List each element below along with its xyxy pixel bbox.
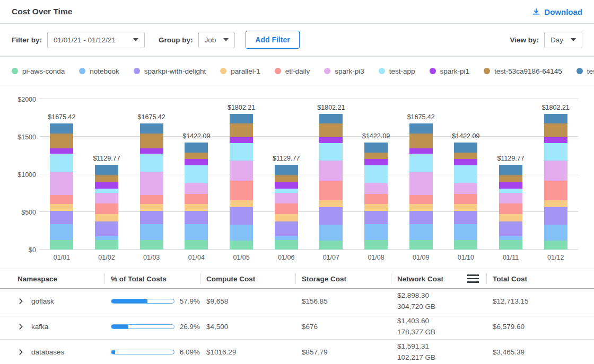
- bar-segment-test-app[interactable]: [140, 154, 163, 172]
- bar-segment-etl-daily[interactable]: [140, 195, 163, 204]
- bar-segment-spark-pi3[interactable]: [275, 193, 298, 203]
- stacked-bar[interactable]: [275, 165, 298, 250]
- bar-segment-test-53ca9186-64145[interactable]: [319, 123, 343, 138]
- stacked-bar[interactable]: [364, 143, 388, 250]
- bar-segment-test-pkix[interactable]: [544, 114, 567, 123]
- bar-segment-pi-aws-conda[interactable]: [319, 241, 343, 250]
- bar-segment-spark-pi1[interactable]: [454, 159, 477, 165]
- bar-segment-sparkpi-with-delight[interactable]: [275, 221, 298, 236]
- bar-segment-test-pkix[interactable]: [364, 143, 388, 153]
- bar-segment-spark-pi1[interactable]: [185, 159, 208, 165]
- bar-segment-etl-daily[interactable]: [230, 181, 253, 201]
- bar-segment-etl-daily[interactable]: [50, 195, 73, 204]
- stacked-bar[interactable]: [50, 123, 73, 250]
- bar-segment-test-app[interactable]: [275, 189, 298, 193]
- group-by-select[interactable]: Job: [198, 32, 235, 48]
- expand-chevron-icon[interactable]: [18, 323, 24, 330]
- bar-segment-test-53ca9186-64145[interactable]: [95, 175, 118, 182]
- bar-segment-parallel-1[interactable]: [95, 214, 118, 222]
- bar-segment-etl-daily[interactable]: [364, 194, 388, 204]
- bar-segment-pi-aws-conda[interactable]: [95, 240, 118, 250]
- bar-segment-etl-daily[interactable]: [544, 181, 567, 201]
- stacked-bar[interactable]: [140, 123, 163, 250]
- table-row-goflask[interactable]: goflask57.9%$9,658$156.85$2,898.30304,72…: [0, 289, 594, 314]
- bar-segment-etl-daily[interactable]: [454, 194, 477, 204]
- bar-segment-notebook[interactable]: [140, 224, 163, 240]
- bar-segment-test-pkix[interactable]: [454, 143, 477, 153]
- bar-segment-sparkpi-with-delight[interactable]: [319, 207, 343, 225]
- legend-item-etl-daily[interactable]: etl-daily: [275, 67, 310, 75]
- bar-segment-test-pkix[interactable]: [275, 165, 298, 175]
- legend-item-test-53ca9186-64145[interactable]: test-53ca9186-64145: [484, 67, 562, 75]
- bar-segment-test-53ca9186-64145[interactable]: [185, 153, 208, 159]
- bar-segment-test-app[interactable]: [50, 154, 73, 172]
- bar-segment-parallel-1[interactable]: [140, 204, 163, 211]
- bar-segment-spark-pi3[interactable]: [230, 161, 253, 181]
- bar-segment-sparkpi-with-delight[interactable]: [409, 211, 433, 224]
- bar-segment-test-app[interactable]: [499, 189, 522, 193]
- bar-segment-notebook[interactable]: [544, 225, 567, 240]
- bar-segment-notebook[interactable]: [364, 224, 388, 240]
- bar-segment-spark-pi3[interactable]: [140, 172, 163, 195]
- bar-segment-test-pkix[interactable]: [499, 165, 522, 175]
- bar-segment-test-app[interactable]: [454, 165, 477, 183]
- bar-segment-test-app[interactable]: [409, 154, 433, 172]
- bar-segment-test-53ca9186-64145[interactable]: [409, 134, 433, 148]
- bar-segment-test-pkix[interactable]: [50, 123, 73, 134]
- bar-segment-spark-pi3[interactable]: [544, 161, 567, 181]
- bar-segment-parallel-1[interactable]: [50, 204, 73, 211]
- bar-segment-pi-aws-conda[interactable]: [275, 240, 298, 250]
- bar-segment-sparkpi-with-delight[interactable]: [50, 211, 73, 224]
- bar-segment-test-53ca9186-64145[interactable]: [140, 134, 163, 148]
- stacked-bar[interactable]: [230, 114, 253, 250]
- bar-segment-test-53ca9186-64145[interactable]: [230, 123, 253, 138]
- stacked-bar[interactable]: [95, 165, 118, 250]
- bar-segment-test-pkix[interactable]: [230, 114, 253, 123]
- bar-segment-parallel-1[interactable]: [454, 204, 477, 211]
- bar-segment-parallel-1[interactable]: [275, 214, 298, 222]
- bar-segment-test-pkix[interactable]: [185, 143, 208, 153]
- bar-segment-notebook[interactable]: [230, 225, 253, 240]
- legend-item-spark-pi3[interactable]: spark-pi3: [324, 67, 364, 75]
- bar-segment-spark-pi1[interactable]: [95, 182, 118, 189]
- bar-segment-pi-aws-conda[interactable]: [50, 240, 73, 250]
- bar-segment-sparkpi-with-delight[interactable]: [454, 211, 477, 224]
- add-filter-button[interactable]: Add Filter: [246, 31, 299, 49]
- legend-item-test-app[interactable]: test-app: [379, 67, 415, 75]
- bar-segment-test-53ca9186-64145[interactable]: [364, 153, 388, 159]
- bar-segment-spark-pi1[interactable]: [230, 137, 253, 143]
- bar-segment-parallel-1[interactable]: [185, 204, 208, 211]
- legend-item-parallel-1[interactable]: parallel-1: [220, 67, 260, 75]
- bar-segment-notebook[interactable]: [185, 224, 208, 240]
- bar-segment-sparkpi-with-delight[interactable]: [95, 221, 118, 236]
- bar-segment-test-pkix[interactable]: [95, 165, 118, 175]
- bar-segment-spark-pi1[interactable]: [275, 182, 298, 189]
- bar-segment-pi-aws-conda[interactable]: [140, 240, 163, 250]
- bar-segment-spark-pi3[interactable]: [319, 161, 343, 181]
- bar-segment-sparkpi-with-delight[interactable]: [544, 207, 567, 225]
- stacked-bar[interactable]: [409, 123, 433, 250]
- bar-segment-spark-pi3[interactable]: [95, 193, 118, 203]
- bar-segment-parallel-1[interactable]: [319, 200, 343, 207]
- bar-segment-parallel-1[interactable]: [499, 214, 522, 222]
- legend-item-pi-aws-conda[interactable]: pi-aws-conda: [12, 67, 65, 75]
- stacked-bar[interactable]: [499, 165, 522, 250]
- bar-segment-notebook[interactable]: [319, 225, 343, 240]
- bar-segment-test-pkix[interactable]: [319, 114, 343, 123]
- date-range-select[interactable]: 01/01/21 - 01/12/21: [47, 32, 145, 48]
- stacked-bar[interactable]: [454, 143, 477, 250]
- download-button[interactable]: Download: [532, 7, 582, 16]
- bar-segment-spark-pi1[interactable]: [499, 182, 522, 189]
- bar-segment-test-app[interactable]: [185, 165, 208, 183]
- bar-segment-test-53ca9186-64145[interactable]: [275, 175, 298, 182]
- bar-segment-parallel-1[interactable]: [409, 204, 433, 211]
- bar-segment-test-53ca9186-64145[interactable]: [499, 175, 522, 182]
- bar-segment-parallel-1[interactable]: [544, 200, 567, 207]
- bar-segment-sparkpi-with-delight[interactable]: [185, 211, 208, 224]
- bar-segment-spark-pi1[interactable]: [319, 137, 343, 143]
- bar-segment-pi-aws-conda[interactable]: [499, 240, 522, 250]
- stacked-bar[interactable]: [185, 143, 208, 250]
- bar-segment-etl-daily[interactable]: [499, 203, 522, 214]
- legend-item-spark-pi1[interactable]: spark-pi1: [430, 67, 470, 75]
- bar-segment-pi-aws-conda[interactable]: [409, 240, 433, 250]
